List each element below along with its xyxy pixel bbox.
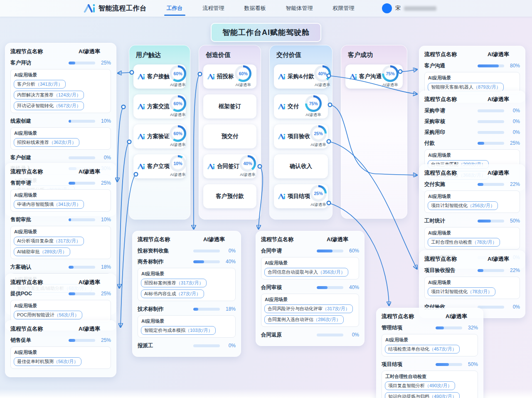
ai-scenario-tag[interactable]: 申请内容智能预填（341次/月） xyxy=(14,200,84,209)
stage-card-name: 客户预付款 xyxy=(216,193,244,200)
stage-card-name: 招投标 xyxy=(217,73,234,80)
ring-caption: AI渗透率 xyxy=(236,82,251,88)
ai-scenario-box: AI应用场景招投标线索推荐（362次/月） xyxy=(10,127,111,150)
stage-card-确认收入[interactable]: 确认收入 xyxy=(274,154,328,178)
ai-scenario-tag[interactable]: 合同信息自动提取与录入（356次/月） xyxy=(264,268,348,277)
ai-scenario-tags: 项目计划智能优化（256次/月） xyxy=(428,201,517,210)
ai-scenario-tag[interactable]: 内部解决方案推荐（124次/月） xyxy=(14,91,84,99)
tag-label: 结项检查清单自动化 xyxy=(388,346,429,352)
tag-label: 工时合理性自动检查 xyxy=(431,239,472,245)
stage-card-客户接触[interactable]: 客户接触60%AI渗透率 xyxy=(133,64,186,89)
ai-rate-ring: 25%AI渗透率 xyxy=(310,185,327,208)
ai-rate-bar xyxy=(69,182,95,185)
ring-percent: 60% xyxy=(239,71,248,76)
stage-card-客户沟通[interactable]: 客户沟通75%AI渗透率 xyxy=(345,64,403,89)
ai-rate-value: 10% xyxy=(95,217,111,222)
tab-permission-management[interactable]: 权限管理 xyxy=(332,0,355,17)
stage-card-name: 合同签订 xyxy=(217,163,239,170)
tab-workbench[interactable]: 工作台 xyxy=(166,0,184,17)
ai-scenario-tag[interactable]: 工时合理性自动检查（78次/月） xyxy=(428,238,500,247)
node-column-header: 流程节点名称 xyxy=(424,51,477,58)
ai-rate-bar xyxy=(193,260,220,263)
stage-card-框架签订[interactable]: 框架签订 xyxy=(203,94,256,119)
tab-data-dashboard[interactable]: 数据看板 xyxy=(244,0,267,17)
stage-card-项目验收[interactable]: 项目验收25%AI渗透率 xyxy=(274,124,328,148)
ai-scenario-box: AI应用场景合同风险评分与自动化评审（317次/月）合同案例入选自动评估（286… xyxy=(261,294,359,327)
stage-card-招投标[interactable]: 招投标60%AI渗透率 xyxy=(203,64,256,89)
ai-scenario-tag[interactable]: 最佳促单时机预测（56次/月） xyxy=(14,357,81,366)
ai-rate-bar xyxy=(478,109,504,112)
panel-sales-push: 流程节点名称AI渗透率销售促单25%AI应用场景最佳促单时机预测（56次/月） xyxy=(5,320,116,377)
tag-count: （341次/月） xyxy=(54,201,81,208)
ai-scenario-tag[interactable]: 合同风险评分与自动化评审（317次/月） xyxy=(264,304,353,313)
ai-scenario-tag[interactable]: 招投标线索推荐（362次/月） xyxy=(14,138,79,147)
ai-scenario-tag[interactable]: 知识自动提炼与归档（490次/月） xyxy=(385,392,460,398)
ai-scenario-tag[interactable]: 项目计划智能优化（256次/月） xyxy=(428,201,498,210)
process-node-row: 提供POC25% xyxy=(10,289,111,298)
progress-ring: 25% xyxy=(310,125,327,142)
ai-scenario-box: AI应用场景AI分析项目复杂度（317次/月）AI辅助审批（289次/月） xyxy=(10,226,111,259)
dashboard-root: 智能流程工作台 工作台 流程管理 数据看板 智能体管理 权限管理 宋 智能工作台… xyxy=(0,0,532,398)
rate-column-header: AI渗透率 xyxy=(68,279,111,286)
tag-count: （317次/月） xyxy=(176,280,203,286)
ai-node-icon xyxy=(137,133,145,140)
ai-scenario-tag[interactable]: 智能聊天客服/机器人（879次/月） xyxy=(428,83,504,91)
tag-count: （356次/月） xyxy=(318,269,345,275)
ai-scenario-tags: 招投标线索推荐（362次/月） xyxy=(14,138,108,147)
ai-scenario-tag[interactable]: 客户分析（341次/月） xyxy=(14,80,66,89)
ai-scenario-tag[interactable]: 项目计划智能优化（78次/月） xyxy=(428,287,495,296)
ai-scenario-tag[interactable]: POC用例智能设计（56次/月） xyxy=(14,311,82,319)
stage-card-采购&付款[interactable]: 采购&付款40%AI渗透率 xyxy=(274,64,328,89)
ai-rate-ring: 75%AI渗透率 xyxy=(382,65,399,88)
tab-agent-management[interactable]: 智能体管理 xyxy=(285,0,314,17)
ai-rate-bar xyxy=(69,120,95,123)
node-column-header: 流程节点名称 xyxy=(10,48,68,55)
ai-scenario-tag[interactable]: AI标书内容生成（27次/月） xyxy=(141,289,204,298)
stage-card-name: 客户接触 xyxy=(147,73,170,80)
ai-scenario-tag[interactable]: 合同案例入选自动评估（286次/月） xyxy=(264,315,344,324)
stage-card-客户预付款[interactable]: 客户预付款 xyxy=(203,184,256,208)
process-node-name: 交付实施 xyxy=(424,181,478,188)
ring-percent: 75% xyxy=(309,101,318,106)
process-node-name: 提供POC xyxy=(10,290,69,297)
ai-rate-bar-fill xyxy=(69,339,75,342)
tab-process-management[interactable]: 流程管理 xyxy=(202,0,225,17)
ai-rate-bar xyxy=(478,306,504,309)
ai-node-icon xyxy=(137,104,145,110)
ai-scenario-tag[interactable]: 智能定价与成本模拟（103次/月） xyxy=(141,326,216,335)
stage-card-方案交流[interactable]: 方案交流60%AI渗透率 xyxy=(133,94,186,119)
ai-scenario-tag[interactable]: AI分析项目复杂度（317次/月） xyxy=(14,237,84,245)
ai-scenario-tag[interactable]: AI辅助审批（289次/月） xyxy=(14,247,70,256)
tag-count: （124次/月） xyxy=(54,92,81,98)
stage-card-预交付[interactable]: 预交付 xyxy=(203,124,256,148)
ai-rate-value: 0% xyxy=(95,155,111,161)
ai-scenario-tag[interactable]: 结项检查清单自动化（457次/月） xyxy=(385,345,460,354)
ai-scenario-tag[interactable]: 拜访记录智能转化（567次/月） xyxy=(14,101,84,110)
stage-card-合同签订[interactable]: 合同签订40%AI渗透率 xyxy=(203,154,256,178)
ring-caption: AI渗透率 xyxy=(170,112,185,118)
process-node-row: 管理结项32% xyxy=(382,323,478,332)
tag-label: 内部解决方案推荐 xyxy=(17,92,54,98)
stage-card-项目结项[interactable]: 项目结项25%AI渗透率 xyxy=(274,184,328,208)
process-node-row: 方案确认18% xyxy=(10,262,111,272)
tag-label: 最佳促单时机预测 xyxy=(17,358,54,365)
ai-scenario-tag[interactable]: 招投标案例推荐（317次/月） xyxy=(141,279,207,287)
avatar[interactable] xyxy=(382,3,392,13)
process-node-name: 项目结项 xyxy=(382,361,436,368)
ai-rate-value: 50% xyxy=(504,218,520,224)
stage-card-方案验证[interactable]: 方案验证60%AI渗透率 xyxy=(133,124,186,148)
ai-scenario-tag[interactable]: 项目复盘智能分析（490次/月） xyxy=(385,381,455,390)
ai-scenario-label: AI应用场景 xyxy=(14,192,108,198)
stage-column-success: 客户成功客户沟通75%AI渗透率 xyxy=(341,45,407,219)
ai-rate-bar-fill xyxy=(69,120,71,123)
process-node-name: 销售促单 xyxy=(10,337,69,344)
tag-count: （56次/月） xyxy=(54,358,78,365)
stage-card-交付[interactable]: 交付75%AI渗透率 xyxy=(274,94,328,119)
stage-card-name: 客户立项 xyxy=(147,163,170,170)
ai-scenario-label: AI应用场景 xyxy=(141,271,232,277)
ai-rate-bar-fill xyxy=(69,292,75,295)
ai-rate-bar xyxy=(69,156,95,159)
tag-count: （27次/月） xyxy=(176,291,200,297)
stage-card-客户立项[interactable]: 客户立项10%AI渗透率 xyxy=(133,154,186,178)
user-account[interactable]: 宋 xyxy=(382,3,436,13)
